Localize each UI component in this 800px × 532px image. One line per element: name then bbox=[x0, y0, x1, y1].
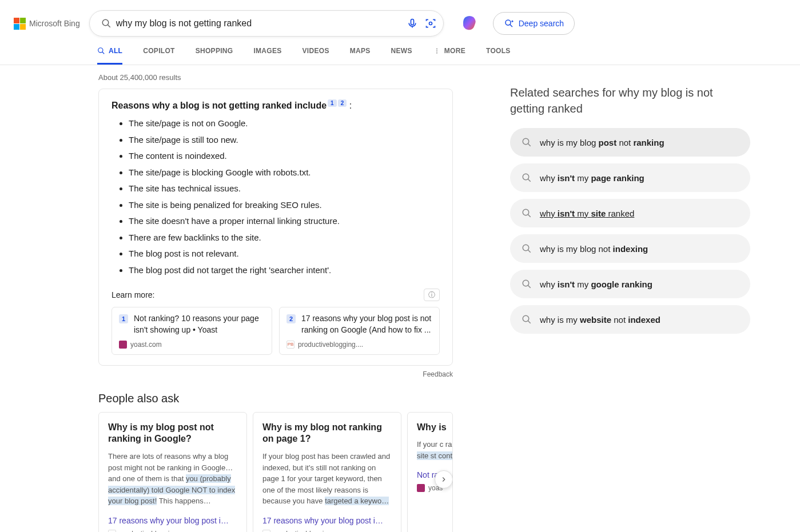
search-icon bbox=[522, 173, 532, 183]
search-box bbox=[89, 10, 444, 37]
tab-more[interactable]: MORE bbox=[433, 47, 465, 65]
related-search-pill[interactable]: why is my blog post not ranking bbox=[510, 128, 750, 157]
answer-box: Reasons why a blog is not getting ranked… bbox=[98, 89, 453, 366]
search-icon bbox=[522, 279, 532, 289]
answer-item: The site doesn't have a proper internal … bbox=[129, 213, 440, 230]
svg-point-6 bbox=[98, 48, 103, 53]
nav-tabs: ALL COPILOT SHOPPING IMAGES VIDEOS MAPS … bbox=[0, 41, 800, 65]
related-search-text: why is my blog not indexing bbox=[540, 244, 648, 254]
related-search-pill[interactable]: why isn't my page ranking bbox=[510, 163, 750, 192]
answer-item: The site has technical issues. bbox=[129, 181, 440, 197]
related-search-pill[interactable]: why isn't my google ranking bbox=[510, 270, 750, 298]
search-icon[interactable] bbox=[101, 18, 112, 29]
tab-shopping[interactable]: SHOPPING bbox=[196, 47, 233, 65]
svg-point-8 bbox=[436, 49, 437, 50]
learn-card-title: 17 reasons why your blog post is not ran… bbox=[301, 313, 432, 335]
answer-item: The site is being penalized for breaking… bbox=[129, 197, 440, 214]
copilot-icon[interactable] bbox=[460, 14, 479, 33]
svg-point-11 bbox=[523, 138, 529, 145]
related-search-text: why isn't my google ranking bbox=[540, 279, 652, 289]
results-count: About 25,400,000 results bbox=[98, 73, 453, 82]
learn-card-title: Not ranking? 10 reasons your page isn't … bbox=[134, 313, 265, 335]
learn-card[interactable]: 2 17 reasons why your blog post is not r… bbox=[279, 307, 440, 354]
learn-more-label: Learn more: bbox=[112, 290, 154, 299]
svg-line-12 bbox=[528, 143, 531, 146]
answer-item: There are few backlinks to the site. bbox=[129, 230, 440, 246]
microphone-icon[interactable] bbox=[407, 18, 418, 29]
paa-result-link[interactable]: 17 reasons why your blog post i… bbox=[262, 516, 392, 525]
svg-point-3 bbox=[429, 22, 432, 25]
related-sidebar: Related searches for why my blog is not … bbox=[510, 73, 750, 532]
deep-search-button[interactable]: Deep search bbox=[493, 12, 575, 35]
svg-line-7 bbox=[102, 52, 105, 54]
tab-all[interactable]: ALL bbox=[97, 47, 122, 65]
answer-item: The site/page is not on Google. bbox=[129, 115, 440, 132]
paa-source: productiveblogging.com bbox=[274, 530, 347, 532]
tab-images[interactable]: IMAGES bbox=[253, 47, 281, 65]
svg-line-20 bbox=[528, 285, 531, 288]
microsoft-icon bbox=[14, 18, 26, 30]
answer-item: The site/page is still too new. bbox=[129, 132, 440, 149]
paa-question: Why is my blog post not ranking in Googl… bbox=[108, 422, 237, 446]
related-search-text: why is my blog post not ranking bbox=[540, 138, 664, 147]
related-title: Related searches for why my blog is not … bbox=[510, 85, 750, 117]
source-domain: yoast.com bbox=[130, 341, 162, 349]
answer-item: The site/page is blocking Google with ro… bbox=[129, 165, 440, 181]
people-also-ask-cards: Why is my blog post not ranking in Googl… bbox=[98, 412, 453, 532]
svg-point-10 bbox=[436, 53, 437, 54]
paa-snippet: There are lots of reasons why a blog pos… bbox=[108, 451, 237, 507]
svg-rect-2 bbox=[411, 19, 413, 25]
citation-badge[interactable]: 2 bbox=[338, 99, 347, 107]
citation-badge[interactable]: 1 bbox=[328, 99, 337, 107]
paa-result-link[interactable]: 17 reasons why your blog post i… bbox=[108, 516, 237, 525]
related-search-text: why isn't my page ranking bbox=[540, 173, 644, 183]
source-domain: productiveblogging.... bbox=[298, 341, 363, 349]
related-search-pill[interactable]: why is my blog not indexing bbox=[510, 234, 750, 263]
svg-point-15 bbox=[523, 209, 529, 215]
deep-search-label: Deep search bbox=[519, 19, 564, 28]
svg-point-21 bbox=[523, 315, 529, 322]
brand-text: Microsoft Bing bbox=[29, 19, 80, 28]
learn-card[interactable]: 1 Not ranking? 10 reasons your page isn'… bbox=[112, 307, 272, 354]
feedback-link[interactable]: Feedback bbox=[98, 370, 453, 378]
chevron-right-icon bbox=[440, 475, 448, 483]
tab-copilot[interactable]: COPILOT bbox=[143, 47, 174, 65]
svg-line-18 bbox=[528, 250, 531, 253]
answer-item: The blog post is not relevant. bbox=[129, 246, 440, 262]
citation-number: 2 bbox=[286, 314, 296, 323]
related-search-pill[interactable]: why is my website not indexed bbox=[510, 305, 750, 334]
search-icon bbox=[522, 314, 532, 325]
related-search-pill[interactable]: why isn't my site ranked bbox=[510, 199, 750, 227]
svg-point-17 bbox=[523, 245, 529, 251]
related-search-text: why is my website not indexed bbox=[540, 315, 660, 325]
info-button[interactable]: ⓘ bbox=[424, 289, 440, 301]
related-search-text: why isn't my site ranked bbox=[540, 209, 634, 218]
favicon-icon bbox=[417, 484, 425, 492]
search-input[interactable] bbox=[116, 18, 407, 29]
tab-maps[interactable]: MAPS bbox=[350, 47, 371, 65]
svg-line-22 bbox=[528, 321, 531, 323]
answer-item: The blog post did not target the right '… bbox=[129, 262, 440, 279]
citation-number: 1 bbox=[119, 314, 128, 323]
next-arrow-button[interactable] bbox=[435, 470, 453, 489]
favicon-icon: PB bbox=[108, 530, 116, 532]
svg-line-5 bbox=[510, 25, 512, 27]
paa-card[interactable]: Why is my blog not ranking on page 1? If… bbox=[253, 412, 401, 532]
svg-line-14 bbox=[528, 179, 531, 182]
favicon-icon: PB bbox=[286, 341, 294, 349]
svg-line-16 bbox=[528, 214, 531, 217]
paa-question: Why is my blog not ranking on page 1? bbox=[262, 422, 392, 446]
paa-card[interactable]: Why is my blog post not ranking in Googl… bbox=[98, 412, 247, 532]
camera-search-icon[interactable] bbox=[425, 18, 436, 29]
paa-question: Why is bbox=[417, 422, 443, 434]
svg-point-13 bbox=[523, 174, 529, 180]
logo[interactable]: Microsoft Bing bbox=[14, 18, 80, 30]
paa-snippet: If your blog post has been crawled and i… bbox=[262, 451, 392, 507]
favicon-icon: PB bbox=[262, 530, 270, 532]
header: Microsoft Bing Deep search bbox=[0, 0, 800, 41]
tab-tools[interactable]: TOOLS bbox=[486, 47, 511, 65]
tab-videos[interactable]: VIDEOS bbox=[303, 47, 329, 65]
search-icon bbox=[522, 137, 532, 147]
svg-point-9 bbox=[436, 50, 437, 51]
tab-news[interactable]: NEWS bbox=[391, 47, 412, 65]
